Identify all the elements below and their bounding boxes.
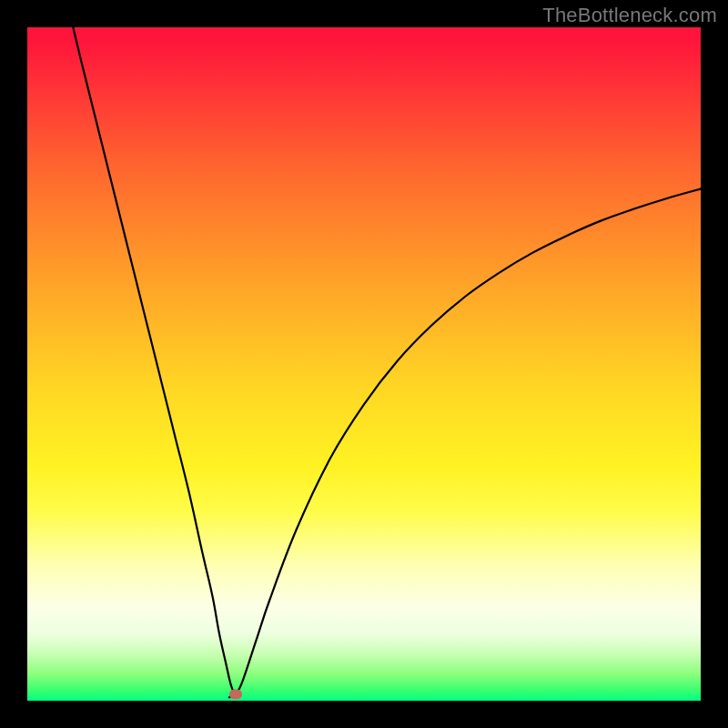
plot-area (27, 27, 701, 701)
watermark-text: TheBottleneck.com (542, 4, 717, 27)
chart-stage: TheBottleneck.com (0, 0, 728, 728)
curve-layer (27, 27, 701, 701)
minimum-marker (229, 689, 242, 699)
curve-path (73, 27, 701, 697)
